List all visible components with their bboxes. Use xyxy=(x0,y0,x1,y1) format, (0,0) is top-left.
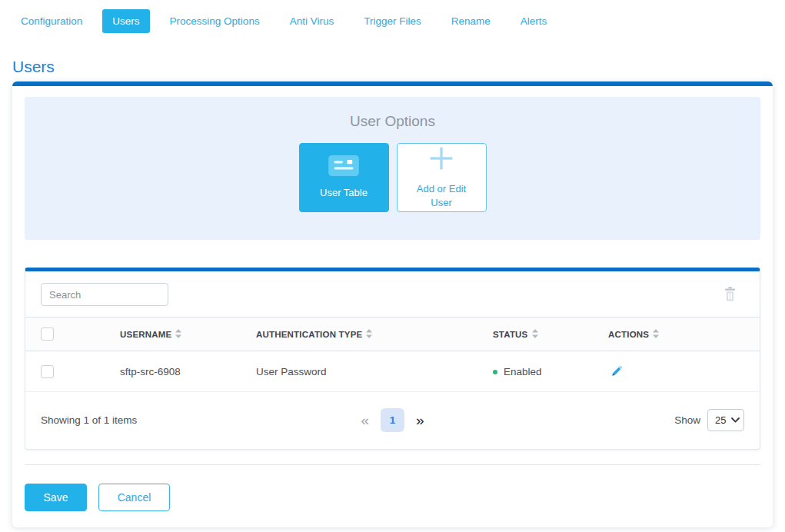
table-header-row: USERNAME AUTHENTICATION TYPE xyxy=(25,318,760,351)
delete-selected-button[interactable] xyxy=(722,285,738,304)
user-options-panel: User Options User Table xyxy=(25,97,760,240)
cell-actions xyxy=(608,351,760,392)
column-header-authentication-type[interactable]: AUTHENTICATION TYPE xyxy=(256,329,372,340)
show-label: Show xyxy=(674,414,700,426)
user-table-button[interactable]: User Table xyxy=(299,143,389,212)
tab-rename[interactable]: Rename xyxy=(441,9,501,33)
table-footer: Showing 1 of 1 items « 1 » Show 25 xyxy=(25,392,760,449)
status-dot xyxy=(493,370,497,374)
tab-configuration[interactable]: Configuration xyxy=(11,9,92,33)
next-page-button[interactable]: » xyxy=(416,412,424,429)
search-input[interactable] xyxy=(41,283,168,306)
sort-icon xyxy=(366,329,372,340)
pencil-icon xyxy=(610,369,624,381)
cancel-button[interactable]: Cancel xyxy=(98,484,170,511)
column-header-actions[interactable]: ACTIONS xyxy=(608,329,659,340)
tab-users[interactable]: Users xyxy=(102,9,149,33)
trash-icon xyxy=(723,293,737,304)
cell-authentication-type: User Password xyxy=(256,351,493,392)
showing-count-text: Showing 1 of 1 items xyxy=(41,414,137,426)
status-label: Enabled xyxy=(504,366,542,377)
users-table-card: USERNAME AUTHENTICATION TYPE xyxy=(25,268,760,450)
plus-icon xyxy=(427,145,455,177)
previous-page-button[interactable]: « xyxy=(361,412,369,429)
table-card-icon xyxy=(328,155,359,181)
pagination: « 1 » xyxy=(361,408,424,432)
user-options-buttons: User Table Add or Edit User xyxy=(299,143,487,212)
tab-processing-options[interactable]: Processing Options xyxy=(160,9,270,33)
row-checkbox[interactable] xyxy=(41,365,54,378)
footer-divider xyxy=(25,464,760,465)
save-button[interactable]: Save xyxy=(25,484,87,511)
users-table: USERNAME AUTHENTICATION TYPE xyxy=(25,317,760,392)
add-or-edit-user-button-label: Add or Edit User xyxy=(411,182,472,211)
tab-bar: Configuration Users Processing Options A… xyxy=(0,0,785,33)
tab-anti-virus[interactable]: Anti Virus xyxy=(280,9,344,33)
form-actions: Save Cancel xyxy=(25,484,760,511)
users-card: User Options User Table xyxy=(12,81,773,527)
column-header-username[interactable]: USERNAME xyxy=(120,329,181,340)
sort-icon xyxy=(532,329,538,340)
cell-status: Enabled xyxy=(493,351,608,392)
tab-trigger-files[interactable]: Trigger Files xyxy=(354,9,431,33)
table-toolbar xyxy=(25,271,760,317)
page-size-select[interactable]: 25 xyxy=(707,409,744,431)
user-options-title: User Options xyxy=(350,113,435,130)
column-header-status[interactable]: STATUS xyxy=(493,329,538,340)
cell-username: sftp-src-6908 xyxy=(120,351,256,392)
sort-icon xyxy=(653,329,659,340)
tab-alerts[interactable]: Alerts xyxy=(511,9,557,33)
page-number-button[interactable]: 1 xyxy=(381,408,404,432)
table-row: sftp-src-6908 User Password Enabled xyxy=(25,351,760,392)
select-all-checkbox[interactable] xyxy=(41,328,54,341)
edit-user-button[interactable] xyxy=(608,362,626,380)
add-or-edit-user-button[interactable]: Add or Edit User xyxy=(397,143,487,212)
page-size-control: Show 25 xyxy=(674,409,744,431)
sort-icon xyxy=(175,329,181,340)
page-title: Users xyxy=(12,58,785,76)
user-table-button-label: User Table xyxy=(313,186,374,201)
